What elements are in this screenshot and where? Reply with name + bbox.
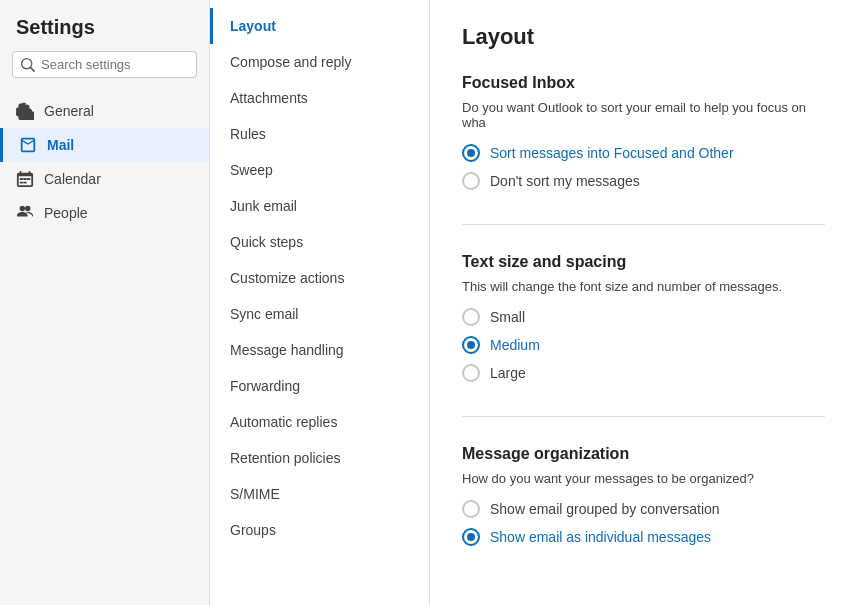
section-focused-inbox-title: Focused Inbox [462, 74, 825, 92]
sidebar-item-general-label: General [44, 103, 94, 119]
radio-small-circle[interactable] [462, 308, 480, 326]
sidebar-item-people[interactable]: People [0, 196, 209, 230]
middle-item-forwarding[interactable]: Forwarding [210, 368, 429, 404]
sidebar-item-calendar-label: Calendar [44, 171, 101, 187]
radio-no-sort-label: Don't sort my messages [490, 173, 640, 189]
middle-item-junk-email[interactable]: Junk email [210, 188, 429, 224]
middle-item-sweep[interactable]: Sweep [210, 152, 429, 188]
middle-item-groups[interactable]: Groups [210, 512, 429, 548]
section-message-org: Message organization How do you want you… [462, 445, 825, 580]
radio-grouped-circle[interactable] [462, 500, 480, 518]
section-focused-inbox: Focused Inbox Do you want Outlook to sor… [462, 74, 825, 225]
main-content: Layout Focused Inbox Do you want Outlook… [430, 0, 857, 605]
radio-medium[interactable]: Medium [462, 336, 825, 354]
people-icon [16, 204, 34, 222]
middle-item-sync-email[interactable]: Sync email [210, 296, 429, 332]
middle-item-smime[interactable]: S/MIME [210, 476, 429, 512]
radio-no-sort-circle[interactable] [462, 172, 480, 190]
radio-individual[interactable]: Show email as individual messages [462, 528, 825, 546]
section-focused-inbox-desc: Do you want Outlook to sort your email t… [462, 100, 825, 130]
radio-no-sort[interactable]: Don't sort my messages [462, 172, 825, 190]
middle-item-message-handling[interactable]: Message handling [210, 332, 429, 368]
radio-sort-focused[interactable]: Sort messages into Focused and Other [462, 144, 825, 162]
page-title: Layout [462, 24, 825, 50]
middle-item-rules[interactable]: Rules [210, 116, 429, 152]
middle-item-compose-reply[interactable]: Compose and reply [210, 44, 429, 80]
mail-icon [19, 136, 37, 154]
radio-small[interactable]: Small [462, 308, 825, 326]
sidebar-item-people-label: People [44, 205, 88, 221]
sidebar-item-general[interactable]: General [0, 94, 209, 128]
radio-grouped[interactable]: Show email grouped by conversation [462, 500, 825, 518]
radio-small-label: Small [490, 309, 525, 325]
section-text-size: Text size and spacing This will change t… [462, 253, 825, 417]
middle-item-layout[interactable]: Layout [210, 8, 429, 44]
search-box[interactable] [12, 51, 197, 78]
section-message-org-title: Message organization [462, 445, 825, 463]
radio-large-label: Large [490, 365, 526, 381]
middle-item-quick-steps[interactable]: Quick steps [210, 224, 429, 260]
radio-large[interactable]: Large [462, 364, 825, 382]
radio-large-circle[interactable] [462, 364, 480, 382]
radio-individual-circle[interactable] [462, 528, 480, 546]
gear-icon [16, 102, 34, 120]
sidebar-item-mail[interactable]: Mail [0, 128, 209, 162]
middle-item-customize-actions[interactable]: Customize actions [210, 260, 429, 296]
search-input[interactable] [41, 57, 188, 72]
radio-grouped-label: Show email grouped by conversation [490, 501, 720, 517]
search-icon [21, 58, 35, 72]
section-text-size-title: Text size and spacing [462, 253, 825, 271]
radio-medium-label: Medium [490, 337, 540, 353]
app-title: Settings [0, 16, 209, 51]
radio-sort-focused-label: Sort messages into Focused and Other [490, 145, 734, 161]
calendar-icon [16, 170, 34, 188]
middle-item-attachments[interactable]: Attachments [210, 80, 429, 116]
radio-medium-circle[interactable] [462, 336, 480, 354]
sidebar: Settings General Mail Calendar People [0, 0, 210, 605]
section-message-org-desc: How do you want your messages to be orga… [462, 471, 825, 486]
sidebar-item-calendar[interactable]: Calendar [0, 162, 209, 196]
middle-item-automatic-replies[interactable]: Automatic replies [210, 404, 429, 440]
sidebar-item-mail-label: Mail [47, 137, 74, 153]
middle-item-retention-policies[interactable]: Retention policies [210, 440, 429, 476]
middle-column: Layout Compose and reply Attachments Rul… [210, 0, 430, 605]
radio-individual-label: Show email as individual messages [490, 529, 711, 545]
radio-sort-focused-circle[interactable] [462, 144, 480, 162]
section-text-size-desc: This will change the font size and numbe… [462, 279, 825, 294]
